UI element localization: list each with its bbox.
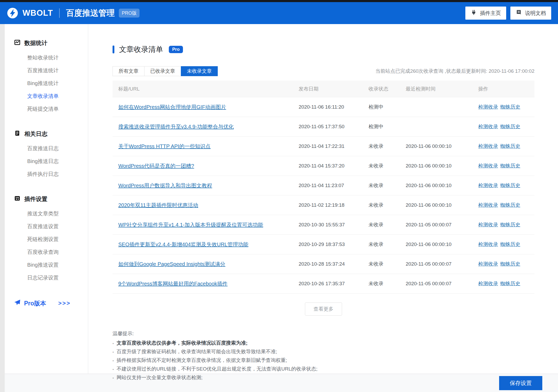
action-link-检测收录[interactable]: 检测收录 — [478, 280, 498, 287]
article-title-cell: 如何在WordPress网站合理地使用GIF动画图片 — [113, 104, 299, 111]
action-link-蜘蛛历史[interactable]: 蜘蛛历史 — [500, 163, 520, 169]
header-button-docs[interactable]: 说明文档 — [510, 7, 551, 20]
tip-text: 网站仅支持一次全量文章收录状态检测; — [117, 374, 203, 381]
action-link-检测收录[interactable]: 检测收录 — [478, 143, 498, 150]
row-actions: 检测收录蜘蛛历史 — [478, 221, 534, 228]
load-more-button[interactable]: 查看更多 — [305, 303, 342, 316]
action-link-检测收录[interactable]: 检测收录 — [478, 202, 498, 209]
action-link-蜘蛛历史[interactable]: 蜘蛛历史 — [500, 123, 520, 130]
header-divider — [59, 8, 60, 18]
sidebar-item-pro-version[interactable]: Pro版本 >>> — [5, 299, 88, 308]
article-title-cell: 搜索推送收录管理插件升至v3.4.9-功能整合与优化 — [113, 123, 299, 130]
sidebar-item[interactable]: 插件执行日志 — [5, 168, 88, 181]
publish-date-cell: 2020-11-02 12:19:18 — [299, 202, 369, 208]
article-title-link[interactable]: WordPress代码是否真的一团糟? — [118, 163, 194, 169]
sidebar-section-title: 数据统计 — [5, 39, 88, 47]
tab-未收录文章[interactable]: 未收录文章 — [181, 66, 218, 76]
last-check-time-cell: 2020-11-06 00:00:10 — [406, 183, 478, 188]
article-title-link[interactable]: 搜索推送收录管理插件升至v3.4.9-功能整合与优化 — [118, 124, 234, 130]
tip-item: ▪百度升级了搜索验证码机制，收录查询结果可能会出现失败导致结果不准; — [113, 348, 534, 355]
sidebar-item[interactable]: Bing推送统计 — [5, 77, 88, 90]
sidebar-item[interactable]: 百度收录查询 — [5, 246, 88, 259]
bullet-icon: ▪ — [113, 367, 114, 371]
row-actions: 检测收录蜘蛛历史 — [478, 104, 534, 110]
article-title-link[interactable]: SEO插件更新至v2.4.4-新增404监测及失效URL管理功能 — [118, 242, 248, 247]
article-title-link[interactable]: 2020年双11主题插件限时优惠活动 — [118, 202, 198, 208]
action-link-蜘蛛历史[interactable]: 蜘蛛历史 — [500, 202, 520, 209]
article-title-link[interactable]: 9个WordPress博客网站最好用的Facebook插件 — [118, 281, 228, 287]
action-link-蜘蛛历史[interactable]: 蜘蛛历史 — [500, 104, 520, 110]
article-title-link[interactable]: 如何在WordPress网站合理地使用GIF动画图片 — [118, 104, 226, 110]
sidebar-item[interactable]: 整站收录统计 — [5, 51, 88, 64]
index-status-cell: 未收录 — [369, 163, 406, 169]
query-status-text: 当前站点已完成260次收录查询 ,状态最后更新时间: 2020-11-06 17… — [375, 68, 534, 76]
table-row: WordPress用户数据导入和导出图文教程2020-11-04 11:23:0… — [113, 176, 534, 195]
tab-已收录文章[interactable]: 已收录文章 — [144, 66, 181, 76]
action-link-蜘蛛历史[interactable]: 蜘蛛历史 — [500, 221, 520, 228]
column-header: 收录状态 — [369, 86, 406, 92]
sidebar-item[interactable]: 百度推送日志 — [5, 142, 88, 155]
page-pro-badge: Pro — [169, 46, 183, 53]
sidebar-item[interactable]: 日志记录设置 — [5, 271, 88, 284]
pro-version-badge: PRO版 — [119, 9, 140, 18]
tab-所有文章[interactable]: 所有文章 — [113, 66, 144, 76]
article-title-cell: 如何做到Google PageSpeed Insights测试满分 — [113, 261, 299, 268]
action-link-蜘蛛历史[interactable]: 蜘蛛历史 — [500, 261, 520, 267]
table-row: 9个WordPress博客网站最好用的Facebook插件2020-10-26 … — [113, 274, 534, 294]
action-link-检测收录[interactable]: 检测收录 — [478, 163, 498, 169]
article-title-link[interactable]: WP社交分享组件升至v1.4.1-加入版本升级提醒及位置可选功能 — [118, 222, 263, 228]
tip-text: 百度升级了搜索验证码机制，收录查询结果可能会出现失败导致结果不准; — [117, 348, 277, 355]
action-link-检测收录[interactable]: 检测收录 — [478, 241, 498, 248]
pro-link-label: Pro版本 — [24, 299, 46, 307]
index-status-cell: 检测中 — [369, 123, 406, 130]
publish-date-cell: 2020-11-04 11:23:07 — [299, 183, 369, 188]
action-link-蜘蛛历史[interactable]: 蜘蛛历史 — [500, 241, 520, 248]
column-header: 最近检测时间 — [406, 86, 478, 92]
index-status-cell: 检测中 — [369, 104, 406, 110]
article-title-link[interactable]: WordPress用户数据导入和导出图文教程 — [118, 183, 212, 188]
sidebar-item[interactable]: 百度推送统计 — [5, 64, 88, 77]
table-row: 搜索推送收录管理插件升至v3.4.9-功能整合与优化2020-11-05 17:… — [113, 117, 534, 137]
action-link-蜘蛛历史[interactable]: 蜘蛛历史 — [500, 280, 520, 287]
article-title-link[interactable]: 如何做到Google PageSpeed Insights测试满分 — [118, 261, 225, 267]
row-actions: 检测收录蜘蛛历史 — [478, 261, 534, 267]
action-link-检测收录[interactable]: 检测收录 — [478, 182, 498, 189]
save-settings-button[interactable]: 保存设置 — [499, 376, 542, 390]
sidebar-item[interactable]: Bing推送日志 — [5, 155, 88, 168]
action-link-蜘蛛历史[interactable]: 蜘蛛历史 — [500, 182, 520, 189]
page-title: 文章收录清单 — [119, 44, 163, 54]
sidebar-item[interactable]: 百度推送设置 — [5, 220, 88, 233]
action-link-检测收录[interactable]: 检测收录 — [478, 261, 498, 267]
sidebar-item[interactable]: 死链提交清单 — [5, 103, 88, 115]
header-button-plugin-home[interactable]: 插件主页 — [465, 7, 506, 20]
action-link-检测收录[interactable]: 检测收录 — [478, 104, 498, 110]
table-row: WordPress代码是否真的一团糟?2020-11-04 15:37:20未收… — [113, 156, 534, 176]
sidebar-section-label: 数据统计 — [24, 39, 47, 47]
table-row: SEO插件更新至v2.4.4-新增404监测及失效URL管理功能2020-10-… — [113, 235, 534, 254]
last-check-time-cell: 2020-11-06 00:00:10 — [406, 143, 478, 149]
main-content: 文章收录清单 Pro 所有文章已收录文章未收录文章 当前站点已完成260次收录查… — [88, 24, 558, 374]
sidebar-item[interactable]: 文章收录清单 — [5, 90, 88, 103]
sidebar: 数据统计整站收录统计百度推送统计Bing推送统计文章收录清单死链提交清单相关日志… — [5, 24, 88, 374]
sidebar-section: 插件设置推送文章类型百度推送设置死链检测设置百度收录查询Bing推送设置日志记录… — [5, 195, 88, 284]
plug-icon — [471, 9, 477, 17]
article-title-cell: 2020年双11主题插件限时优惠活动 — [113, 202, 299, 209]
sidebar-item[interactable]: Bing推送设置 — [5, 259, 88, 271]
last-check-time-cell: 2020-11-05 00:00:07 — [406, 222, 478, 228]
article-title-link[interactable]: 关于WordPress HTTP API的一些知识点 — [118, 143, 211, 149]
table-header-row: 标题/URL发布日期收录状态最近检测时间操作 — [113, 81, 534, 97]
rocket-icon — [14, 299, 24, 308]
sidebar-item[interactable]: 推送文章类型 — [5, 207, 88, 220]
sidebar-section-label: 插件设置 — [24, 195, 47, 203]
sidebar-section-title: 相关日志 — [5, 130, 88, 138]
sidebar-item[interactable]: 死链检测设置 — [5, 233, 88, 246]
article-filter-tabs: 所有文章已收录文章未收录文章 — [113, 66, 217, 76]
articles-table: 标题/URL发布日期收录状态最近检测时间操作 如何在WordPress网站合理地… — [113, 81, 534, 294]
action-link-检测收录[interactable]: 检测收录 — [478, 221, 498, 228]
chart-icon — [14, 39, 20, 47]
row-actions: 检测收录蜘蛛历史 — [478, 241, 534, 248]
index-status-cell: 未收录 — [369, 261, 406, 267]
app-title: 百度推送管理 — [66, 8, 115, 19]
action-link-检测收录[interactable]: 检测收录 — [478, 123, 498, 130]
action-link-蜘蛛历史[interactable]: 蜘蛛历史 — [500, 143, 520, 150]
